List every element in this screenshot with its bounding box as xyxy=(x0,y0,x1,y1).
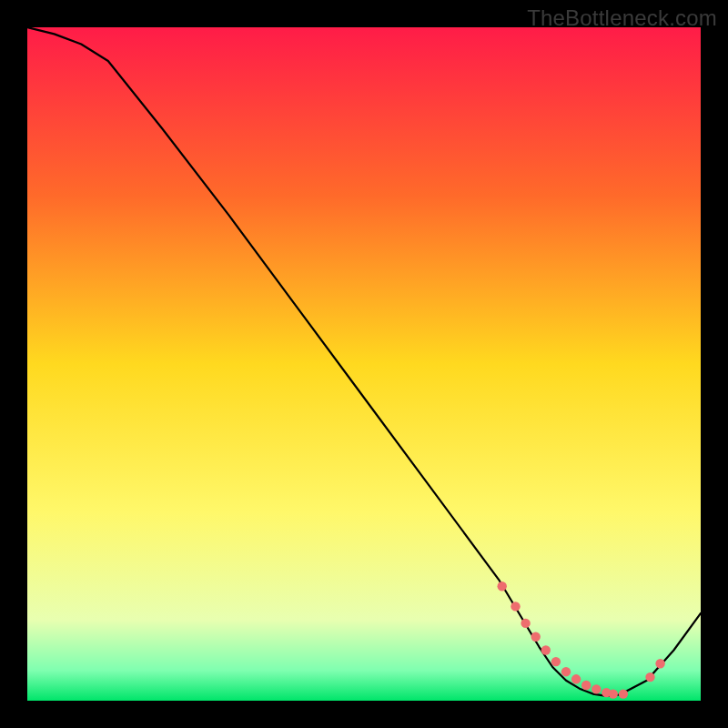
marker-point xyxy=(541,645,551,654)
chart-canvas xyxy=(27,27,701,701)
marker-point xyxy=(498,581,507,591)
marker-point xyxy=(655,659,664,668)
marker-point xyxy=(619,689,628,698)
marker-point xyxy=(645,672,654,682)
marker-point xyxy=(511,602,520,611)
chart-frame: TheBottleneck.com xyxy=(0,0,728,728)
marker-point xyxy=(581,681,591,690)
marker-point xyxy=(571,674,581,683)
marker-point xyxy=(561,667,571,676)
marker-point xyxy=(609,689,618,698)
marker-point xyxy=(521,619,530,628)
marker-point xyxy=(531,632,541,642)
chart-background xyxy=(27,27,701,701)
marker-point xyxy=(592,684,601,693)
marker-point xyxy=(551,657,561,666)
